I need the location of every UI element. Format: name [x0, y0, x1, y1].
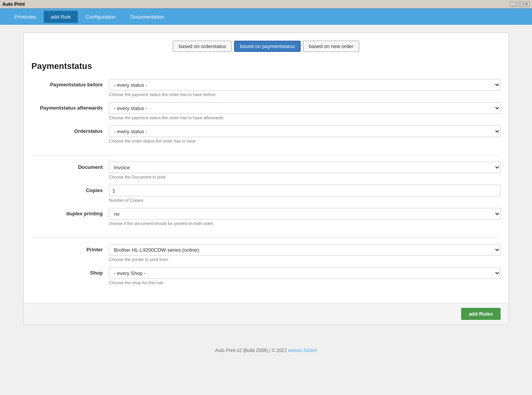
duplex-row: duplex printing no yes choose if the doc…	[31, 208, 501, 226]
tab-paymentstatus[interactable]: based on paymentstatus	[234, 41, 301, 52]
document-hint: Choose the Document to print	[109, 175, 501, 179]
printer-select[interactable]: Brother HL-L9200CDW series (online)	[109, 244, 501, 256]
document-row: Document Invoice Choose the Document to …	[31, 161, 501, 179]
document-section: Document Invoice Choose the Document to …	[31, 161, 501, 238]
duplex-hint: choose if the document should be printed…	[109, 221, 501, 226]
printer-wrap: Brother HL-L9200CDW series (online) Choo…	[109, 244, 501, 262]
nav-documentation[interactable]: Documentation	[123, 11, 171, 23]
document-label: Document	[31, 161, 109, 170]
printer-section: Printer Brother HL-L9200CDW series (onli…	[31, 244, 501, 297]
tab-buttons: based on orderstatus based on paymentsta…	[31, 41, 501, 52]
tab-orderstatus[interactable]: based on orderstatus	[173, 41, 232, 52]
shop-label: Shop	[31, 267, 109, 276]
page-footer: Auto Print v2 (Build 2006) | © 2021 webs…	[0, 342, 532, 359]
main-container: based on orderstatus based on paymentsta…	[0, 25, 532, 342]
copies-hint: Number of Copies	[109, 198, 501, 203]
form-card: based on orderstatus based on paymentsta…	[23, 33, 509, 325]
nav-add-rule[interactable]: add Rule	[44, 11, 78, 23]
nav-bar: Printrules add Rule Configuration Docume…	[0, 9, 532, 25]
paymentstatus-before-wrap: - every status - Choose the payment stat…	[109, 79, 501, 97]
shop-hint: Choose the shop for this rule	[109, 280, 501, 285]
paymentstatus-afterwards-wrap: - every status - Choose the payment stat…	[109, 102, 501, 120]
copies-label: Copies	[31, 185, 109, 193]
footer-text: Auto Print v2 (Build 2006) | © 2021	[215, 348, 288, 353]
payment-status-section: Paymentstatus before - every status - Ch…	[31, 79, 501, 155]
title-bar-controls: _ □ ✕	[510, 2, 530, 7]
orderstatus-label: Orderstatus	[31, 125, 109, 134]
orderstatus-wrap: - every status - Choose the order status…	[109, 125, 501, 143]
maximize-button[interactable]: □	[517, 2, 523, 7]
copies-input[interactable]	[109, 185, 501, 196]
title-bar-text: Auto Print	[2, 2, 25, 7]
title-bar: Auto Print _ □ ✕	[0, 0, 532, 9]
shop-row: Shop - every Shop - Choose the shop for …	[31, 267, 501, 285]
document-wrap: Invoice Choose the Document to print	[109, 161, 501, 179]
minimize-button[interactable]: _	[510, 2, 516, 7]
shop-select[interactable]: - every Shop -	[109, 267, 501, 279]
paymentstatus-before-label: Paymentstatus before	[31, 79, 109, 88]
printer-label: Printer	[31, 244, 109, 252]
close-button[interactable]: ✕	[523, 2, 530, 7]
paymentstatus-before-hint: Choose the payment status the order has …	[109, 92, 501, 97]
duplex-label: duplex printing	[31, 208, 109, 216]
copies-row: Copies Number of Copies	[31, 185, 501, 203]
paymentstatus-afterwards-label: Paymentstatus afterwards	[31, 102, 109, 111]
orderstatus-select[interactable]: - every status -	[109, 125, 501, 137]
tab-neworder[interactable]: based on new order	[303, 41, 359, 52]
add-rules-button[interactable]: add Rules	[461, 308, 501, 320]
paymentstatus-afterwards-select[interactable]: - every status -	[109, 102, 501, 114]
shop-wrap: - every Shop - Choose the shop for this …	[109, 267, 501, 285]
printer-row: Printer Brother HL-L9200CDW series (onli…	[31, 244, 501, 262]
orderstatus-hint: Choose the order status the order has to…	[109, 139, 501, 143]
paymentstatus-before-row: Paymentstatus before - every status - Ch…	[31, 79, 501, 97]
duplex-wrap: no yes choose if the document should be …	[109, 208, 501, 226]
printer-hint: Choose the printer to print from.	[109, 257, 501, 262]
paymentstatus-afterwards-hint: Choose the payment status the order has …	[109, 115, 501, 120]
copies-wrap: Number of Copies	[109, 185, 501, 203]
orderstatus-row: Orderstatus - every status - Choose the …	[31, 125, 501, 143]
form-footer: add Rules	[24, 303, 508, 325]
footer-link[interactable]: websix GmbH	[288, 348, 317, 353]
nav-configuration[interactable]: Configuration	[79, 11, 122, 23]
paymentstatus-before-select[interactable]: - every status -	[109, 79, 501, 91]
paymentstatus-afterwards-row: Paymentstatus afterwards - every status …	[31, 102, 501, 120]
section-title: Paymentstatus	[31, 61, 501, 71]
nav-printrules[interactable]: Printrules	[8, 11, 43, 23]
document-select[interactable]: Invoice	[109, 161, 501, 173]
duplex-select[interactable]: no yes	[109, 208, 501, 220]
